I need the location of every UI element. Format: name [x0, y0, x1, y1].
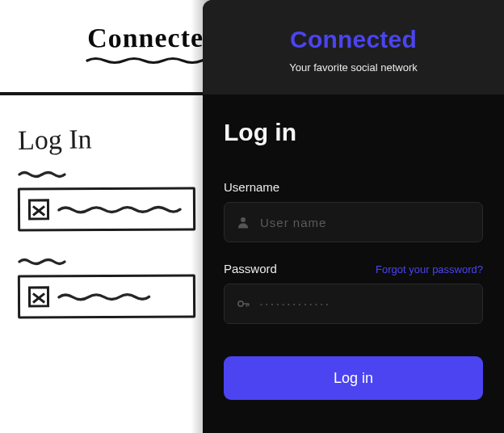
sketch-field-label-scribble: [18, 255, 66, 267]
password-input[interactable]: •••••••••••••: [260, 301, 471, 308]
password-label: Password: [224, 262, 277, 275]
sketch-placeholder-scribble: [57, 290, 193, 303]
password-field: Password Forgot your password? •••••••••…: [224, 262, 483, 324]
svg-point-0: [241, 217, 246, 222]
username-input[interactable]: [260, 216, 471, 229]
app-header: Connected Your favorite social network: [203, 0, 504, 95]
login-form: Log in Username Password Forgot your pas…: [203, 95, 504, 433]
sketch-underline-icon: [86, 55, 221, 66]
key-icon: [236, 296, 250, 311]
user-icon: [236, 215, 250, 229]
sketch-placeholder-icon: [28, 286, 49, 307]
sketch-placeholder-scribble: [57, 203, 193, 216]
sketch-password-input: [18, 274, 195, 318]
page-title: Log in: [224, 119, 483, 146]
username-input-wrap[interactable]: [224, 202, 483, 242]
sketch-field-label-scribble: [18, 168, 66, 179]
sketch-placeholder-icon: [28, 199, 49, 220]
forgot-password-link[interactable]: Forgot your password?: [376, 263, 483, 275]
sketch-username-input: [18, 187, 195, 231]
brand-tagline: Your favorite social network: [203, 61, 504, 74]
brand-title: Connected: [203, 26, 504, 53]
username-field: Username: [224, 180, 483, 242]
login-app-panel: Connected Your favorite social network L…: [203, 0, 504, 433]
username-label: Username: [224, 180, 279, 194]
login-button[interactable]: Log in: [224, 356, 483, 400]
password-input-wrap[interactable]: •••••••••••••: [224, 284, 483, 324]
